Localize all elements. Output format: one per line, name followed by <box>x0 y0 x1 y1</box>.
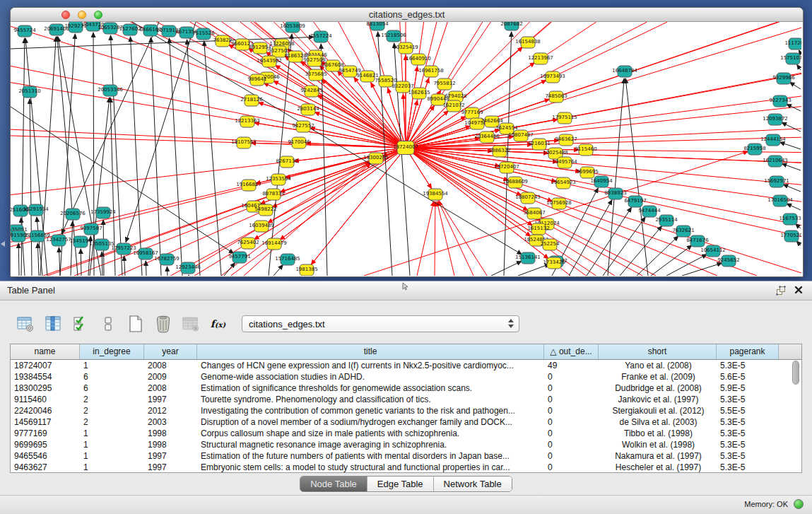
graph-node[interactable]: 252254 <box>541 239 560 250</box>
graph-node[interactable]: 9115460 <box>575 144 596 156</box>
graph-node[interactable]: 19384554 <box>423 189 448 200</box>
graph-node[interactable]: 18107553 <box>231 137 257 148</box>
graph-node[interactable]: 9245652 <box>717 255 739 267</box>
graph-node[interactable]: 2051310 <box>18 86 40 98</box>
graph-node[interactable]: 2935114 <box>655 215 678 226</box>
float-panel-icon[interactable] <box>775 285 787 296</box>
graph-node[interactable]: 8938923 <box>604 188 626 199</box>
graph-node[interactable]: 763822 <box>213 35 233 47</box>
close-panel-icon[interactable] <box>794 285 804 295</box>
graph-node[interactable]: 9427552 <box>292 121 314 132</box>
graph-node[interactable]: 1167533 <box>779 214 801 225</box>
tab-network-table[interactable]: Network Table <box>433 477 512 491</box>
column-header-pagerank[interactable]: pagerank <box>717 344 779 359</box>
graph-node[interactable]: 7955812 <box>433 78 455 90</box>
graph-node[interactable]: 16782759 <box>154 254 180 265</box>
network-canvas[interactable]: 1872400794557242069140619292712043719106… <box>11 22 801 276</box>
graph-node[interactable]: 10807487 <box>508 130 534 141</box>
table-row[interactable]: 911546021997Tourette syndrome. Phenomeno… <box>11 394 801 405</box>
column-header-in_degree[interactable]: in_degree <box>80 344 144 359</box>
graph-node[interactable]: 20364486 <box>474 132 500 143</box>
graph-node[interactable]: 16210643 <box>763 156 788 167</box>
graph-node[interactable]: 5498222 <box>254 204 276 216</box>
graph-node[interactable]: 7515526 <box>192 28 215 40</box>
graph-node[interactable]: 19654923 <box>551 177 576 189</box>
table-vertical-scrollbar[interactable] <box>792 361 800 471</box>
graph-node[interactable]: 17975115 <box>552 112 577 124</box>
graph-node[interactable]: 1615132 <box>527 223 549 235</box>
table-row[interactable]: 1456911722003Disruption of a novel membe… <box>11 416 801 428</box>
table-row[interactable]: 946362711997Embryonic stem cells: a mode… <box>11 462 801 473</box>
column-header-out_de[interactable]: △ out_de... <box>544 344 599 359</box>
graph-node[interactable]: 15751074 <box>780 53 801 64</box>
delete-button[interactable] <box>153 314 172 333</box>
graph-node[interactable]: 9699695 <box>576 167 598 178</box>
graph-node[interactable]: 2087682 <box>500 22 522 30</box>
graph-node[interactable]: 12923446 <box>175 262 201 274</box>
graph-node[interactable]: 9457791 <box>228 252 250 263</box>
table-row[interactable]: 1830029562008Estimation of significance … <box>11 382 801 394</box>
graph-node[interactable]: 9455724 <box>13 25 36 37</box>
graph-node[interactable]: 1770520 <box>780 230 801 242</box>
tab-node-table[interactable]: Node Table <box>300 477 367 491</box>
table-row[interactable]: 1938455462009Genome-wide association stu… <box>11 371 801 382</box>
apply-function-button[interactable]: f(x) <box>208 314 228 333</box>
graph-node[interactable]: 1640954 <box>590 176 613 187</box>
graph-node[interactable]: 16640910 <box>406 54 431 65</box>
graph-node[interactable]: 12342757 <box>46 235 71 246</box>
column-header-year[interactable]: year <box>144 344 197 359</box>
graph-node[interactable]: 9397587 <box>80 223 102 235</box>
table-row[interactable]: 1872400712008Changes of HCN gene express… <box>11 360 801 371</box>
graph-node[interactable]: 989641 <box>248 74 267 86</box>
graph-node[interactable]: 1527602 <box>119 24 141 35</box>
graph-node[interactable]: 16053809 <box>280 22 305 33</box>
graph-node[interactable]: 16914479 <box>261 238 287 250</box>
graph-node[interactable]: 18720407 <box>494 162 519 173</box>
column-header-name[interactable]: name <box>11 344 80 359</box>
column-header-title[interactable]: title <box>197 344 544 359</box>
graph-node[interactable]: 19495764 <box>552 157 577 168</box>
row-height-button[interactable] <box>98 314 117 333</box>
network-window-titlebar[interactable]: citations_edges.txt <box>11 8 803 22</box>
graph-node[interactable]: 8813054 <box>366 22 389 30</box>
table-row[interactable]: 969969511998Structural magnetic resonanc… <box>11 439 801 450</box>
graph-node[interactable]: 12444154 <box>760 134 786 146</box>
scrollbar-thumb[interactable] <box>792 361 799 385</box>
select-column-button[interactable] <box>43 314 62 333</box>
graph-node[interactable]: 16543982 <box>257 56 282 67</box>
tab-edge-table[interactable]: Edge Table <box>367 477 433 491</box>
graph-node[interactable]: 7625402 <box>237 238 259 249</box>
graph-node[interactable]: 2803144 <box>297 104 319 115</box>
graph-node[interactable]: 20053346 <box>98 85 123 96</box>
select-rows-button[interactable] <box>71 314 90 333</box>
graph-node[interactable]: 8878334 <box>262 189 285 200</box>
graph-node[interactable]: 12213967 <box>528 53 553 64</box>
graph-node[interactable]: 17359924 <box>90 207 116 218</box>
graph-node[interactable]: 16154838 <box>515 37 541 48</box>
graph-node[interactable]: 20206576 <box>60 209 86 220</box>
column-header-short[interactable]: short <box>599 344 717 359</box>
table-source-combobox[interactable]: citations_edges.txt <box>242 315 519 332</box>
graph-node[interactable]: 12353594 <box>266 174 291 185</box>
graph-node[interactable]: 9242845 <box>300 86 322 97</box>
table-settings-button[interactable] <box>16 314 35 333</box>
graph-node[interactable]: 16648784 <box>612 66 637 77</box>
graph-node[interactable]: 16961758 <box>418 66 444 77</box>
graph-node[interactable]: 6216031 <box>528 139 550 150</box>
graph-node[interactable]: 10654112 <box>700 245 726 257</box>
panel-collapse-arrow-icon[interactable] <box>1 241 5 247</box>
graph-node[interactable]: 9474444 <box>638 206 661 217</box>
graph-node[interactable]: 7632621 <box>672 226 694 237</box>
graph-node[interactable]: 16039489 <box>249 221 274 232</box>
table-row[interactable]: 2242004622012Investigating the contribut… <box>11 405 801 416</box>
table-row[interactable]: 946554611997Estimation of the future num… <box>11 450 801 462</box>
graph-node[interactable]: 7485063 <box>545 91 567 103</box>
graph-node[interactable]: 1981385 <box>295 264 317 276</box>
graph-node[interactable]: 15218506 <box>381 30 406 42</box>
graph-node[interactable]: 8471676 <box>686 235 709 247</box>
graph-node[interactable]: 10756928 <box>546 198 572 209</box>
graph-node[interactable]: 15716485 <box>275 254 300 265</box>
split-divider-handle-icon[interactable] <box>401 282 410 291</box>
graph-node[interactable]: 6479197 <box>624 196 646 207</box>
table-row[interactable]: 977716911998Corpus callosum shape and si… <box>11 428 801 439</box>
